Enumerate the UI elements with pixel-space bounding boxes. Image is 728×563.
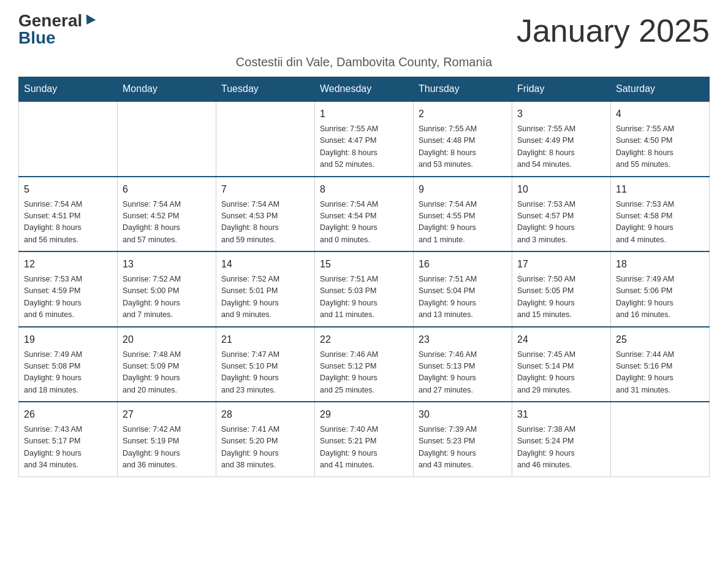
calendar-day-cell: 22Sunrise: 7:46 AMSunset: 5:12 PMDayligh…	[315, 327, 414, 402]
day-number: 7	[221, 182, 309, 197]
day-info: Sunrise: 7:54 AMSunset: 4:52 PMDaylight:…	[123, 199, 211, 247]
calendar-day-cell: 29Sunrise: 7:40 AMSunset: 5:21 PMDayligh…	[315, 402, 414, 477]
day-info: Sunrise: 7:51 AMSunset: 5:04 PMDaylight:…	[419, 274, 507, 321]
calendar-day-cell: 27Sunrise: 7:42 AMSunset: 5:19 PMDayligh…	[118, 402, 216, 477]
calendar-day-cell: 12Sunrise: 7:53 AMSunset: 4:59 PMDayligh…	[19, 251, 118, 327]
calendar-week-row: 19Sunrise: 7:49 AMSunset: 5:08 PMDayligh…	[19, 327, 710, 402]
calendar-day-cell: 14Sunrise: 7:52 AMSunset: 5:01 PMDayligh…	[216, 251, 315, 327]
day-info: Sunrise: 7:53 AMSunset: 4:59 PMDaylight:…	[24, 274, 112, 321]
day-info: Sunrise: 7:41 AMSunset: 5:20 PMDaylight:…	[221, 424, 309, 472]
calendar-day-cell: 1Sunrise: 7:55 AMSunset: 4:47 PMDaylight…	[315, 101, 414, 177]
day-of-week-header: Sunday	[19, 77, 118, 102]
calendar-day-cell: 16Sunrise: 7:51 AMSunset: 5:04 PMDayligh…	[414, 251, 512, 327]
day-of-week-header: Monday	[118, 77, 216, 102]
calendar-table: SundayMondayTuesdayWednesdayThursdayFrid…	[18, 77, 710, 477]
day-info: Sunrise: 7:55 AMSunset: 4:49 PMDaylight:…	[517, 123, 605, 171]
day-info: Sunrise: 7:54 AMSunset: 4:55 PMDaylight:…	[419, 199, 507, 247]
day-info: Sunrise: 7:44 AMSunset: 5:16 PMDaylight:…	[616, 349, 704, 397]
page-header: General Blue January 2025	[18, 12, 710, 49]
day-number: 19	[24, 332, 112, 347]
day-of-week-header: Friday	[512, 77, 611, 102]
day-info: Sunrise: 7:39 AMSunset: 5:23 PMDaylight:…	[419, 424, 507, 472]
day-number: 13	[123, 257, 211, 272]
day-info: Sunrise: 7:53 AMSunset: 4:57 PMDaylight:…	[517, 199, 605, 247]
day-number: 2	[419, 107, 507, 121]
day-info: Sunrise: 7:52 AMSunset: 5:00 PMDaylight:…	[123, 274, 211, 321]
days-of-week-row: SundayMondayTuesdayWednesdayThursdayFrid…	[19, 77, 710, 102]
calendar-day-cell: 8Sunrise: 7:54 AMSunset: 4:54 PMDaylight…	[315, 177, 414, 252]
day-info: Sunrise: 7:48 AMSunset: 5:09 PMDaylight:…	[123, 349, 211, 397]
day-info: Sunrise: 7:46 AMSunset: 5:13 PMDaylight:…	[419, 349, 507, 397]
calendar-day-cell	[611, 402, 710, 477]
day-info: Sunrise: 7:51 AMSunset: 5:03 PMDaylight:…	[320, 274, 408, 321]
day-number: 1	[320, 107, 408, 121]
logo: General Blue	[18, 12, 94, 47]
day-info: Sunrise: 7:46 AMSunset: 5:12 PMDaylight:…	[320, 349, 408, 397]
day-info: Sunrise: 7:49 AMSunset: 5:06 PMDaylight:…	[616, 274, 704, 321]
day-number: 12	[24, 257, 112, 272]
day-number: 17	[517, 257, 605, 272]
day-info: Sunrise: 7:47 AMSunset: 5:10 PMDaylight:…	[221, 349, 309, 397]
calendar-day-cell: 28Sunrise: 7:41 AMSunset: 5:20 PMDayligh…	[216, 402, 315, 477]
day-of-week-header: Thursday	[414, 77, 512, 102]
day-number: 23	[419, 332, 507, 347]
calendar-day-cell: 26Sunrise: 7:43 AMSunset: 5:17 PMDayligh…	[19, 402, 118, 477]
day-info: Sunrise: 7:55 AMSunset: 4:48 PMDaylight:…	[419, 123, 507, 171]
day-info: Sunrise: 7:50 AMSunset: 5:05 PMDaylight:…	[517, 274, 605, 321]
day-number: 5	[24, 182, 112, 197]
day-number: 30	[419, 407, 507, 422]
day-info: Sunrise: 7:54 AMSunset: 4:53 PMDaylight:…	[221, 199, 309, 247]
day-number: 8	[320, 182, 408, 197]
calendar-week-row: 1Sunrise: 7:55 AMSunset: 4:47 PMDaylight…	[19, 101, 710, 177]
day-info: Sunrise: 7:52 AMSunset: 5:01 PMDaylight:…	[221, 274, 309, 321]
day-info: Sunrise: 7:43 AMSunset: 5:17 PMDaylight:…	[24, 424, 112, 472]
day-number: 25	[616, 332, 704, 347]
day-number: 9	[419, 182, 507, 197]
calendar-day-cell: 2Sunrise: 7:55 AMSunset: 4:48 PMDaylight…	[414, 101, 512, 177]
day-of-week-header: Saturday	[611, 77, 710, 102]
day-number: 28	[221, 407, 309, 422]
day-number: 29	[320, 407, 408, 422]
day-info: Sunrise: 7:38 AMSunset: 5:24 PMDaylight:…	[517, 424, 605, 472]
calendar-day-cell	[19, 101, 118, 177]
calendar-day-cell	[216, 101, 315, 177]
day-number: 27	[123, 407, 211, 422]
location-subtitle: Costestii din Vale, Dambovita County, Ro…	[18, 55, 710, 69]
day-info: Sunrise: 7:55 AMSunset: 4:47 PMDaylight:…	[320, 123, 408, 171]
day-number: 3	[517, 107, 605, 121]
calendar-day-cell: 19Sunrise: 7:49 AMSunset: 5:08 PMDayligh…	[19, 327, 118, 402]
calendar-day-cell: 17Sunrise: 7:50 AMSunset: 5:05 PMDayligh…	[512, 251, 611, 327]
calendar-day-cell: 7Sunrise: 7:54 AMSunset: 4:53 PMDaylight…	[216, 177, 315, 252]
calendar-day-cell: 3Sunrise: 7:55 AMSunset: 4:49 PMDaylight…	[512, 101, 611, 177]
calendar-day-cell: 13Sunrise: 7:52 AMSunset: 5:00 PMDayligh…	[118, 251, 216, 327]
calendar-day-cell: 23Sunrise: 7:46 AMSunset: 5:13 PMDayligh…	[414, 327, 512, 402]
calendar-day-cell: 30Sunrise: 7:39 AMSunset: 5:23 PMDayligh…	[414, 402, 512, 477]
calendar-week-row: 12Sunrise: 7:53 AMSunset: 4:59 PMDayligh…	[19, 251, 710, 327]
day-info: Sunrise: 7:53 AMSunset: 4:58 PMDaylight:…	[616, 199, 704, 247]
logo-general-text: General	[18, 12, 82, 29]
day-of-week-header: Tuesday	[216, 77, 315, 102]
day-number: 16	[419, 257, 507, 272]
day-number: 18	[616, 257, 704, 272]
calendar-day-cell: 11Sunrise: 7:53 AMSunset: 4:58 PMDayligh…	[611, 177, 710, 252]
calendar-day-cell: 21Sunrise: 7:47 AMSunset: 5:10 PMDayligh…	[216, 327, 315, 402]
day-info: Sunrise: 7:42 AMSunset: 5:19 PMDaylight:…	[123, 424, 211, 472]
logo-blue-text: Blue	[18, 29, 94, 47]
day-number: 4	[616, 107, 704, 121]
day-number: 24	[517, 332, 605, 347]
day-info: Sunrise: 7:45 AMSunset: 5:14 PMDaylight:…	[517, 349, 605, 397]
day-of-week-header: Wednesday	[315, 77, 414, 102]
calendar-day-cell: 5Sunrise: 7:54 AMSunset: 4:51 PMDaylight…	[19, 177, 118, 252]
day-number: 11	[616, 182, 704, 197]
day-info: Sunrise: 7:54 AMSunset: 4:51 PMDaylight:…	[24, 199, 112, 247]
calendar-week-row: 5Sunrise: 7:54 AMSunset: 4:51 PMDaylight…	[19, 177, 710, 252]
calendar-day-cell: 31Sunrise: 7:38 AMSunset: 5:24 PMDayligh…	[512, 402, 611, 477]
calendar-day-cell: 9Sunrise: 7:54 AMSunset: 4:55 PMDaylight…	[414, 177, 512, 252]
day-number: 6	[123, 182, 211, 197]
calendar-day-cell: 18Sunrise: 7:49 AMSunset: 5:06 PMDayligh…	[611, 251, 710, 327]
day-info: Sunrise: 7:55 AMSunset: 4:50 PMDaylight:…	[616, 123, 704, 171]
calendar-header: SundayMondayTuesdayWednesdayThursdayFrid…	[19, 77, 710, 102]
month-title: January 2025	[517, 12, 710, 49]
calendar-day-cell	[118, 101, 216, 177]
calendar-day-cell: 25Sunrise: 7:44 AMSunset: 5:16 PMDayligh…	[611, 327, 710, 402]
